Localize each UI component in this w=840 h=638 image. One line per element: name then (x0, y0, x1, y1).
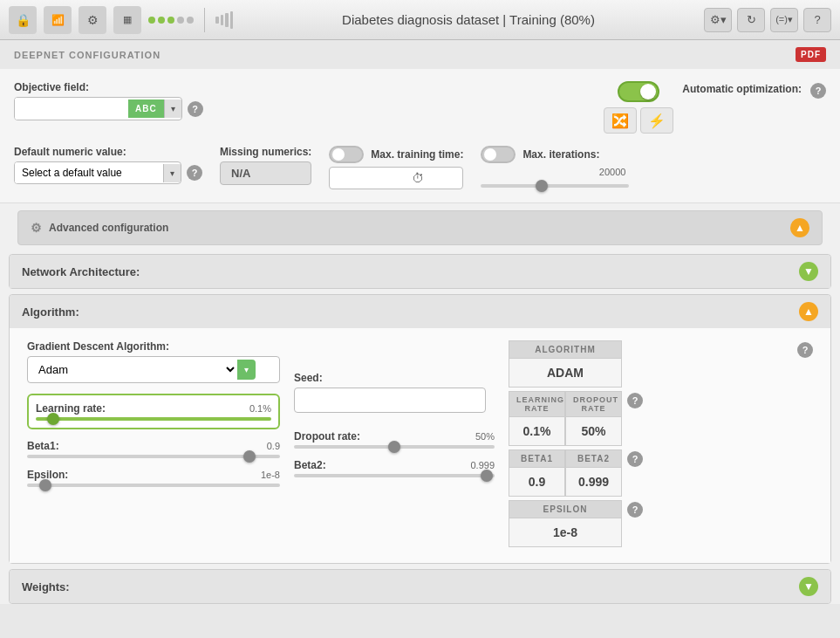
toolbar: 🔒 📶 ⚙ ▦ Diabetes diagnosis dataset | Tra… (0, 0, 840, 40)
auto-opt-icons: 🔀 ⚡ (604, 107, 673, 134)
seed-field: Seed: (294, 372, 495, 413)
algorithm-summary-card: ALGORITHM ADAM (509, 340, 622, 388)
dropout-card-value: 50% (566, 417, 621, 445)
advanced-section: ⚙ Advanced configuration ▲ (0, 203, 840, 249)
config-area: Objective field: Diabetes ABC ▾ ? (0, 69, 840, 203)
equals-button[interactable]: (=)▾ (770, 8, 798, 32)
abc-badge: ABC (128, 99, 164, 118)
main-content: DEEPNET CONFIGURATION PDF Objective fiel… (0, 40, 840, 604)
advanced-config-header[interactable]: ⚙ Advanced configuration ▲ (17, 210, 823, 245)
max-iter-toggle-knob (484, 148, 496, 161)
signal-icon[interactable]: 📶 (44, 6, 72, 34)
gradient-descent-arrow[interactable]: ▾ (237, 360, 256, 380)
max-training-time-group: Max. training time: 00:30:00 ⏱ (329, 146, 463, 189)
beta2-summary-card: BETA2 0.999 (565, 449, 622, 497)
epsilon-card-value: 1e-8 (509, 518, 621, 546)
lr-dropout-help-icon[interactable]: ? (627, 393, 643, 408)
max-iterations-label: Max. iterations: (522, 148, 599, 161)
network-architecture-expand-button[interactable]: ▼ (799, 262, 818, 281)
dropout-slider-row: Dropout rate: 50% (294, 430, 495, 449)
objective-field-input-wrapper: Diabetes ABC ▾ (14, 97, 182, 120)
seed-input[interactable] (294, 388, 486, 413)
weights-label: Weights: (22, 580, 70, 593)
weights-expand-button[interactable]: ▼ (799, 577, 818, 596)
epsilon-slider-row: Epsilon: 1e-8 (27, 469, 280, 487)
beta1-card-header: BETA1 (509, 450, 564, 468)
objective-field-group: Objective field: Diabetes ABC ▾ ? (14, 81, 203, 120)
lr-card-value: 0.1% (509, 417, 564, 445)
max-training-toggle[interactable] (329, 146, 364, 163)
auto-opt-group: 🔀 ⚡ Automatic optimization: ? (604, 81, 826, 134)
auto-opt-icon-1[interactable]: 🔀 (604, 107, 637, 134)
algorithm-layout: Gradient Descent Algorithm: Adam ▾ L (27, 340, 813, 551)
config-row-2: Default numeric value: Select a default … (14, 146, 826, 190)
beta-help-icon[interactable]: ? (627, 451, 643, 467)
beta1-slider[interactable] (27, 455, 280, 458)
lr-card-header: LEARNING RATE (509, 392, 564, 417)
missing-numerics-group: Missing numerics: N/A (220, 146, 311, 185)
algorithm-help-icon[interactable]: ? (797, 342, 813, 358)
objective-field-input[interactable]: Diabetes (15, 98, 128, 120)
status-dots (148, 17, 194, 24)
auto-opt-help-icon[interactable]: ? (810, 83, 826, 99)
auto-opt-toggle-area: 🔀 ⚡ (604, 81, 673, 134)
clock-icon[interactable]: ⏱ (412, 171, 424, 185)
config-row-1: Objective field: Diabetes ABC ▾ ? (14, 81, 826, 134)
network-architecture-section: Network Architecture: ▼ (9, 254, 831, 289)
dropout-rate-summary-card: DROPOUT RATE 50% (565, 391, 622, 446)
default-numeric-group: Default numeric value: Select a default … (14, 146, 202, 184)
max-iterations-group: Max. iterations: 20000 (481, 146, 632, 190)
beta2-slider[interactable] (294, 474, 495, 477)
beta1-slider-row: Beta1: 0.9 (27, 440, 280, 458)
section-title: DEEPNET CONFIGURATION (14, 50, 160, 60)
section-header: DEEPNET CONFIGURATION PDF (0, 40, 840, 69)
max-iterations-row: Max. iterations: (481, 146, 632, 163)
gradient-descent-select-wrapper: Adam ▾ (27, 356, 280, 383)
gradient-descent-label: Gradient Descent Algorithm: (27, 340, 280, 353)
algo-summary-row-3: BETA1 0.9 BETA2 0.999 ? (509, 449, 813, 497)
algorithm-form-col: Gradient Descent Algorithm: Adam ▾ L (27, 340, 280, 487)
objective-help-icon[interactable]: ? (188, 101, 203, 117)
algo-summary-row-4: EPSILON 1e-8 ? (509, 500, 813, 547)
default-numeric-label: Default numeric value: (14, 146, 202, 158)
settings-button[interactable]: ⚙▾ (704, 8, 732, 32)
max-training-time-input[interactable]: 00:30:00 (337, 171, 406, 185)
help-button[interactable]: ? (803, 8, 831, 32)
default-numeric-dropdown[interactable]: ▾ (163, 164, 181, 182)
default-numeric-help-icon[interactable]: ? (187, 165, 202, 181)
epsilon-slider[interactable] (27, 484, 280, 487)
default-numeric-select[interactable]: Select a default value (15, 162, 163, 183)
auto-opt-icon-2[interactable]: ⚡ (640, 107, 673, 134)
algorithm-section: Algorithm: ▲ Gradient Descent Algorithm:… (9, 294, 831, 564)
advanced-collapse-button[interactable]: ▲ (790, 218, 809, 237)
beta1-card-value: 0.9 (509, 468, 564, 496)
epsilon-card-header: EPSILON (509, 501, 621, 518)
epsilon-help-icon[interactable]: ? (627, 502, 643, 518)
algorithm-header[interactable]: Algorithm: ▲ (10, 295, 830, 328)
dropout-slider[interactable] (294, 445, 495, 449)
layers-icon[interactable]: ▦ (113, 6, 141, 34)
weights-header[interactable]: Weights: ▼ (10, 570, 830, 603)
objective-field-row: Diabetes ABC ▾ ? (14, 97, 203, 120)
beta-cards: BETA1 0.9 BETA2 0.999 (509, 449, 622, 497)
refresh-button[interactable]: ↻ (737, 8, 765, 32)
learning-rate-slider[interactable] (36, 417, 271, 421)
max-iter-toggle[interactable] (481, 146, 516, 163)
learning-rate-slider-row: Learning rate: 0.1% (36, 402, 271, 421)
objective-field-label: Objective field: (14, 81, 203, 93)
beta2-card-value: 0.999 (566, 468, 621, 496)
max-iterations-value: 20000 (481, 167, 625, 177)
default-numeric-select-wrapper: Select a default value ▾ (14, 161, 181, 184)
lock-icon[interactable]: 🔒 (9, 6, 37, 34)
dropout-card-header: DROPOUT RATE (566, 392, 621, 417)
gradient-descent-select[interactable]: Adam (28, 357, 237, 382)
network-icon[interactable]: ⚙ (79, 6, 106, 34)
pdf-button[interactable]: PDF (796, 47, 826, 62)
auto-opt-toggle[interactable] (618, 81, 659, 102)
max-iterations-slider[interactable] (481, 184, 629, 188)
beta2-card-header: BETA2 (566, 450, 621, 468)
objective-field-dropdown[interactable]: ▾ (164, 99, 181, 118)
toggle-knob (640, 84, 656, 99)
algorithm-collapse-button[interactable]: ▲ (799, 302, 818, 321)
network-architecture-header[interactable]: Network Architecture: ▼ (10, 255, 830, 288)
